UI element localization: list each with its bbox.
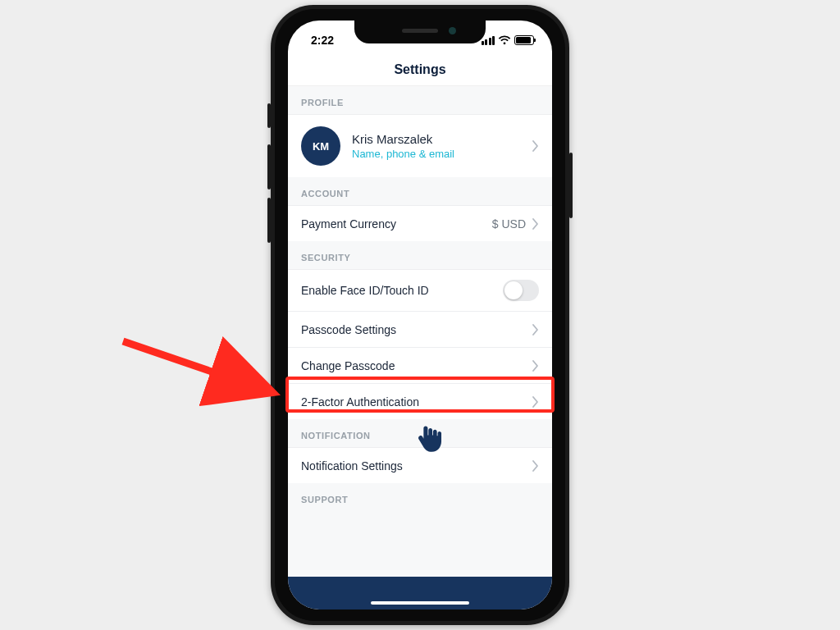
battery-icon — [514, 35, 534, 45]
chevron-right-icon — [532, 396, 539, 408]
chevron-right-icon — [532, 360, 539, 372]
face-id-row[interactable]: Enable Face ID/Touch ID — [288, 269, 552, 311]
page-title: Settings — [288, 53, 552, 86]
payment-currency-value: $ USD — [492, 217, 526, 231]
phone-screen: 2:22 Settings PROFILE KM Kri — [288, 21, 552, 609]
chevron-right-icon — [532, 460, 539, 472]
status-time: 2:22 — [311, 34, 334, 47]
payment-currency-row[interactable]: Payment Currency $ USD — [288, 205, 552, 241]
notification-settings-label: Notification Settings — [301, 459, 532, 472]
change-passcode-label: Change Passcode — [301, 359, 532, 372]
payment-currency-label: Payment Currency — [301, 217, 492, 231]
section-header-support: SUPPORT — [288, 483, 552, 511]
notification-settings-row[interactable]: Notification Settings — [288, 447, 552, 483]
face-id-label: Enable Face ID/Touch ID — [301, 284, 503, 297]
section-header-profile: PROFILE — [288, 86, 552, 114]
passcode-settings-row[interactable]: Passcode Settings — [288, 311, 552, 347]
home-indicator[interactable] — [371, 601, 469, 605]
chevron-right-icon — [532, 140, 539, 152]
change-passcode-row[interactable]: Change Passcode — [288, 347, 552, 383]
phone-frame: 2:22 Settings PROFILE KM Kri — [271, 5, 569, 625]
phone-front-camera — [449, 27, 456, 34]
passcode-settings-label: Passcode Settings — [301, 323, 532, 336]
phone-notch — [354, 21, 486, 43]
settings-content: PROFILE KM Kris Marszalek Name, phone & … — [288, 86, 552, 577]
svg-line-0 — [123, 341, 267, 390]
chevron-right-icon — [532, 324, 539, 336]
phone-power-button — [569, 153, 573, 218]
phone-inner-bezel: 2:22 Settings PROFILE KM Kri — [275, 9, 565, 621]
phone-mute-switch — [267, 103, 271, 128]
wifi-icon — [498, 35, 511, 45]
annotation-arrow-icon — [115, 326, 287, 412]
profile-row[interactable]: KM Kris Marszalek Name, phone & email — [288, 114, 552, 177]
section-header-notification: NOTIFICATION — [288, 419, 552, 447]
two-factor-auth-row[interactable]: 2-Factor Authentication — [288, 383, 552, 419]
phone-volume-down — [267, 198, 271, 243]
profile-subtitle: Name, phone & email — [352, 148, 532, 160]
face-id-toggle[interactable] — [503, 280, 539, 301]
section-header-account: ACCOUNT — [288, 177, 552, 205]
cellular-signal-icon — [482, 36, 495, 45]
chevron-right-icon — [532, 218, 539, 230]
two-factor-auth-label: 2-Factor Authentication — [301, 395, 532, 409]
phone-volume-up — [267, 144, 271, 189]
phone-speaker — [402, 29, 438, 33]
toggle-knob — [504, 281, 523, 299]
bottom-nav-bar — [288, 577, 552, 609]
section-header-security: SECURITY — [288, 241, 552, 269]
profile-name: Kris Marszalek — [352, 132, 532, 146]
avatar: KM — [301, 126, 340, 166]
